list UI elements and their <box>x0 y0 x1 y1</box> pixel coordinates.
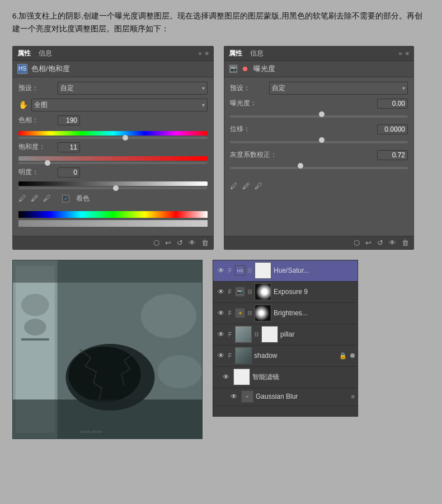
offset-value[interactable]: 0.0000 <box>377 124 408 134</box>
tab-properties-left[interactable]: 属性 <box>17 49 31 58</box>
panel-header-icons-right: » ≡ <box>398 50 409 57</box>
hue-slider-thumb[interactable] <box>123 135 128 141</box>
footer-reset-icon-r[interactable]: ↺ <box>377 239 383 247</box>
eyedropper-icon3[interactable]: 🖋 <box>43 194 51 207</box>
exposure-title: 曝光度 <box>253 64 275 74</box>
colorize-checkbox[interactable]: ✓ <box>62 195 69 202</box>
layer-row-huesat[interactable]: 👁 F HS ⛓ Hue/Satur... <box>213 260 358 282</box>
eye-icon-shadow[interactable]: 👁 <box>216 352 226 360</box>
preset-label-left: 预设： <box>18 83 58 93</box>
eye-icon-pillar[interactable]: 👁 <box>216 330 226 338</box>
huesat-title: 色相/饱和度 <box>31 64 70 74</box>
bright-slider-thumb[interactable] <box>113 185 119 191</box>
gamma-label: 灰度系数校正： <box>230 150 291 160</box>
bottom-row: stock photo 👁 F HS ⛓ Hue/Satur... 👁 F <box>12 260 430 439</box>
gaussian-icon: ≈ <box>241 390 253 403</box>
tab-properties-right[interactable]: 属性 <box>229 49 242 58</box>
layer-name-brightness: Brightnes... <box>274 309 355 317</box>
eyedropper-icon1[interactable]: 🖊 <box>18 194 26 207</box>
exposure-layer-mask <box>255 283 271 300</box>
intro-text: 6.加强支柱上的阴影,创建一个曝光度调整图层。现在选择调整图层的图层蒙版,用黑色… <box>12 10 430 36</box>
hue-gradient <box>18 131 208 136</box>
exposure-label: 曝光度： <box>230 99 275 108</box>
exposure-slider-thumb[interactable] <box>319 111 325 117</box>
eye-icon-brightness[interactable]: 👁 <box>216 309 226 317</box>
preset-label-right: 预设： <box>230 83 269 93</box>
footer-add-icon[interactable]: ⬡ <box>153 239 159 247</box>
exposure-eyedroppers: 🖊 🖉 🖋 <box>230 181 408 190</box>
stone-photo-svg: stock photo <box>13 260 202 438</box>
offset-row: 位移： 0.0000 <box>230 124 408 134</box>
eye-icon-huesat[interactable]: 👁 <box>216 267 226 274</box>
layer-name-huesat: Hue/Satur... <box>274 267 355 274</box>
lock-icon-shadow: 🔒 <box>339 352 347 360</box>
panel-header-icons-left: » ≡ <box>198 50 209 57</box>
eye-icon-gaussian[interactable]: 👁 <box>229 393 239 400</box>
exposure-icon: 📷 <box>229 64 238 73</box>
sat-value[interactable]: 11 <box>58 142 80 152</box>
layer-name-gaussian: Gaussian Blur <box>256 393 349 400</box>
f-badge-pillar: F <box>228 332 232 338</box>
tab-info-right[interactable]: 信息 <box>250 49 264 58</box>
exp-eyedropper2[interactable]: 🖉 <box>242 181 250 190</box>
panel-expand-icon-right[interactable]: » <box>398 50 402 57</box>
pillar-layer-mask <box>261 326 278 343</box>
layer-row-exposure[interactable]: 👁 F 📷 ⛓ Exposure 9 <box>213 282 358 303</box>
footer-trash-icon-r[interactable]: 🗑 <box>402 239 409 247</box>
preset-select-left[interactable]: 自定 <box>58 82 208 95</box>
gamma-row: 灰度系数校正： 0.72 <box>230 150 408 160</box>
gaussian-settings-icon[interactable]: ≡ <box>351 393 355 400</box>
footer-undo-icon[interactable]: ↩ <box>165 239 171 247</box>
bright-value[interactable]: 0 <box>58 167 80 178</box>
layer-row-shadow[interactable]: 👁 F shadow 🔒 <box>213 346 358 367</box>
eye-icon-exposure[interactable]: 👁 <box>216 288 226 296</box>
svg-point-8 <box>68 347 140 402</box>
footer-eye-icon[interactable]: 👁 <box>189 239 196 247</box>
footer-reset-icon[interactable]: ↺ <box>177 239 183 247</box>
panel-menu-icon-right[interactable]: ≡ <box>406 50 409 57</box>
hue-row: 色相： 190 <box>18 115 208 125</box>
chain-brightness: ⛓ <box>247 310 252 316</box>
page-content: 6.加强支柱上的阴影,创建一个曝光度调整图层。现在选择调整图层的图层蒙版,用黑色… <box>0 0 442 449</box>
eyedropper-icon2[interactable]: 🖉 <box>31 194 39 207</box>
preset-value-left: 自定 <box>60 83 74 93</box>
panel-tabs-right: 属性 信息 <box>229 49 264 58</box>
offset-slider-thumb[interactable] <box>319 137 325 143</box>
panel-expand-icon-left[interactable]: » <box>198 50 201 57</box>
sat-slider-thumb[interactable] <box>45 160 50 166</box>
exp-eyedropper3[interactable]: 🖋 <box>255 181 262 190</box>
huesat-body: 预设： 自定 ✋ 全图 色相： 190 <box>13 77 213 236</box>
footer-add-icon-r[interactable]: ⬡ <box>354 239 360 247</box>
exposure-panel: 属性 信息 » ≡ 📷 曝光度 预设： 自定 <box>224 46 414 250</box>
tab-info-left[interactable]: 信息 <box>39 49 52 58</box>
footer-eye-icon-r[interactable]: 👁 <box>389 239 396 247</box>
smart-layer-thumb <box>233 368 250 385</box>
panel-menu-icon-left[interactable]: ≡ <box>205 50 209 57</box>
f-badge-huesat: F <box>228 268 232 274</box>
exposure-layer-icon: 📷 <box>235 287 245 297</box>
f-badge-brightness: F <box>228 310 232 316</box>
layer-row-brightness[interactable]: 👁 F ☀ ⛓ Brightnes... <box>213 303 358 324</box>
footer-undo-icon-r[interactable]: ↩ <box>365 239 372 247</box>
preset-select-right[interactable]: 自定 <box>269 82 408 95</box>
eye-icon-smart[interactable]: 👁 <box>221 373 231 381</box>
layer-name-shadow: shadow <box>254 352 337 360</box>
layer-row-pillar[interactable]: 👁 F ⛓ pillar <box>213 324 358 346</box>
exp-eyedropper1[interactable]: 🖊 <box>230 181 238 190</box>
panel-header-left: 属性 信息 » ≡ <box>13 46 213 61</box>
layer-row-gaussian[interactable]: 👁 ≈ Gaussian Blur ≡ <box>213 388 358 406</box>
gamma-value[interactable]: 0.72 <box>377 150 408 160</box>
exposure-value[interactable]: 0.00 <box>377 99 408 109</box>
gamma-slider-thumb[interactable] <box>298 163 303 169</box>
pencil-icons-row: 🖊 🖉 🖋 ✓ 着色 <box>18 194 208 207</box>
bright-gradient <box>18 181 208 186</box>
spectrum-bar-top <box>18 211 208 218</box>
offset-label: 位移： <box>230 124 275 134</box>
hue-value[interactable]: 190 <box>58 115 80 125</box>
exposure-titlebar: 📷 曝光度 <box>224 61 413 77</box>
footer-trash-icon[interactable]: 🗑 <box>201 239 209 247</box>
range-select[interactable]: 全图 <box>31 99 208 111</box>
svg-rect-9 <box>13 260 202 283</box>
bright-row: 明度： 0 <box>18 167 208 178</box>
svg-rect-12 <box>13 399 202 438</box>
